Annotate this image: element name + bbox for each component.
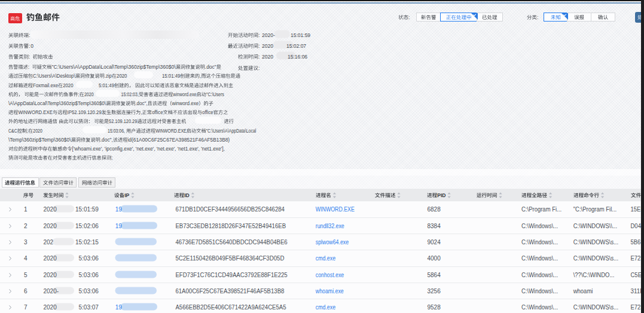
svg-text:3256: 3256 <box>428 288 441 294</box>
svg-text:4: 4 <box>24 255 28 262</box>
svg-text:A566EBB2D5E406C671422A9A624CE5: A566EBB2D5E406C671422A9A624CE5A5 <box>175 304 286 311</box>
svg-text:conhost.exe: conhost.exe <box>316 272 344 278</box>
svg-text:C:\WINDOWS\\...: C:\WINDOWS\\... <box>573 223 617 229</box>
svg-text::: : <box>29 32 30 38</box>
svg-text:C:\WINDOWS\s...: C:\WINDOWS\s... <box>573 255 618 262</box>
svg-text:EFD73F1C76C1CD49AAC3792E88F1E2: EFD73F1C76C1CD49AAC3792E88F1E225 <box>175 272 288 278</box>
svg-text:.doc",: .doc", <box>100 137 112 143</box>
svg-text:WINWORD.EXE: WINWORD.EXE <box>155 128 187 134</box>
svg-text:52.109.120.29: 52.109.120.29 <box>109 119 138 124</box>
svg-text:;: ; <box>111 155 112 161</box>
svg-text:C:\Windows\...: C:\Windows\... <box>521 255 558 262</box>
svg-text::: : <box>408 14 410 20</box>
svg-text:5:03:06: 5:03:06 <box>79 255 99 262</box>
svg-text::: : <box>258 32 260 38</box>
svg-text:2020: 2020 <box>117 73 127 79</box>
svg-text:9024: 9024 <box>428 239 441 246</box>
svg-text:Foxmail.exe: Foxmail.exe <box>33 83 58 88</box>
svg-text:2020: 2020 <box>33 128 42 134</box>
svg-text:;: ; <box>27 128 28 134</box>
svg-text:2020: 2020 <box>44 304 57 311</box>
svg-text:;: ; <box>78 92 79 97</box>
svg-text:['whoami.exe', 'ipconfig.exe',: ['whoami.exe', 'ipconfig.exe', 'net.exe'… <box>72 146 224 152</box>
svg-text:7: 7 <box>24 304 28 311</box>
svg-text::: : <box>258 54 260 60</box>
svg-text:5:03:06: 5:03:06 <box>79 288 99 294</box>
svg-text::: : <box>29 54 30 60</box>
svg-text::: : <box>537 14 538 20</box>
svg-text:2020: 2020 <box>44 223 57 229</box>
svg-text:671DB1D0CEF3444956656DB25C8462: 671DB1D0CEF3444956656DB25C846284 <box>175 206 285 213</box>
svg-text:\A\AppData\Local\Temp\360zip$T: \A\AppData\Local\Temp\360zip$Temp\360$0\ <box>8 101 106 106</box>
svg-text:cmd.exe: cmd.exe <box>316 304 336 311</box>
svg-text:\??\C:\WINDO...: \??\C:\WINDO... <box>573 272 615 278</box>
svg-text:3: 3 <box>24 239 28 246</box>
svg-text::: : <box>29 43 30 49</box>
svg-text:,: , <box>141 110 142 115</box>
svg-text:winword.exe: winword.exe <box>172 92 196 97</box>
svg-text:15:16:06: 15:16:06 <box>288 54 307 60</box>
svg-text:C:\WINDOWS\s...: C:\WINDOWS\s... <box>573 304 618 311</box>
svg-text:"C:\Users: "C:\Users <box>206 92 224 97</box>
svg-text:ID: ID <box>184 192 190 198</box>
svg-text:202: 202 <box>44 239 54 246</box>
svg-text:15:01:49: 15:01:49 <box>162 73 181 79</box>
svg-text:whoami: whoami <box>573 288 593 294</box>
svg-text:WINWORD.EXE: WINWORD.EXE <box>316 206 355 213</box>
svg-text:.zip: .zip <box>104 73 112 79</box>
svg-text:19: 19 <box>115 223 123 229</box>
svg-text:\Temp\360zip$Temp\360$0\: \Temp\360zip$Temp\360$0\ <box>8 137 71 143</box>
svg-text:6828: 6828 <box>428 206 441 213</box>
svg-text:splwow64.exe: splwow64.exe <box>316 239 349 246</box>
svg-text:15:01:59: 15:01:59 <box>75 206 99 213</box>
svg-text:1: 1 <box>24 206 28 213</box>
svg-text:9528: 9528 <box>428 304 441 311</box>
svg-text:2020: 2020 <box>262 54 273 60</box>
svg-text:C:\Windows\...: C:\Windows\... <box>521 288 558 294</box>
svg-text:IP: IP <box>124 192 129 198</box>
svg-text:2020: 2020 <box>44 255 57 262</box>
svg-text:2020-: 2020- <box>262 32 275 38</box>
svg-text:5:03:07: 5:03:07 <box>79 304 99 311</box>
svg-text:C:\Windows\...: C:\Windows\... <box>521 223 558 229</box>
svg-text:winword.exe: winword.exe <box>171 101 199 106</box>
svg-text:rundll32.exe: rundll32.exe <box>316 223 344 229</box>
svg-text:46736E7D5851C5640DBDCDC944B04B: 46736E7D5851C5640DBDCDC944B04BE6 <box>175 239 288 246</box>
svg-text:,: , <box>200 73 201 79</box>
svg-text:4000: 4000 <box>428 255 441 262</box>
svg-text:WINWORD.EXE: WINWORD.EXE <box>18 110 53 115</box>
svg-text:office: office <box>202 110 213 115</box>
svg-text:6: 6 <box>24 288 28 294</box>
svg-text:19: 19 <box>115 304 123 311</box>
svg-text:2020: 2020 <box>44 272 57 278</box>
svg-text:5:01:49: 5:01:49 <box>99 83 114 88</box>
svg-text:.doc": .doc" <box>205 65 216 70</box>
svg-text::: : <box>28 65 29 70</box>
svg-text:2020: 2020 <box>44 206 57 213</box>
svg-text:5864: 5864 <box>428 272 441 278</box>
svg-text:15:03:06,: 15:03:06, <box>108 128 125 134</box>
svg-text:id(61A00C6F25C67EA398521F46AF5: id(61A00C6F25C67EA398521F46AF5B13B8) <box>127 137 230 143</box>
svg-text:2020: 2020 <box>84 92 93 97</box>
svg-text:15:02:06: 15:02:06 <box>75 223 99 229</box>
svg-text:2020-: 2020- <box>44 288 59 294</box>
svg-text:.doc",: .doc", <box>135 101 147 106</box>
svg-text:C:\Windows\...: C:\Windows\... <box>521 304 558 311</box>
svg-text:5:03:06: 5:03:06 <box>79 272 99 278</box>
svg-text:IP52.109.120.29: IP52.109.120.29 <box>67 110 102 115</box>
svg-text:19: 19 <box>115 206 123 213</box>
svg-text:15:02:15: 15:02:15 <box>75 239 99 246</box>
svg-text:"C:\Program Fil...: "C:\Program Fil... <box>573 206 617 213</box>
svg-text:5C2E1150426B049F5BF468364CF3D0: 5C2E1150426B049F5BF468364CF3D05D <box>175 255 284 262</box>
svg-text:15:02:03,: 15:02:03, <box>121 92 138 97</box>
svg-text:EB73C3EDB12818D26F347E52B49416: EB73C3EDB12818D26F347E52B49416EB <box>175 223 286 229</box>
svg-text:5: 5 <box>24 272 28 278</box>
svg-text:"C:\Users\A\AppData\Local\Temp: "C:\Users\A\AppData\Local\Temp\360zip$Te… <box>51 65 176 70</box>
svg-text:whoami.exe: whoami.exe <box>315 288 344 294</box>
svg-text:2020: 2020 <box>262 43 273 49</box>
svg-text:C:\Users\A\Desktop\: C:\Users\A\Desktop\ <box>33 73 75 79</box>
svg-text:15:01:59: 15:01:59 <box>291 32 310 38</box>
svg-text:cmd.exe: cmd.exe <box>316 255 336 262</box>
svg-text:C:\Windows\...: C:\Windows\... <box>521 239 558 246</box>
svg-text:office: office <box>151 110 163 115</box>
